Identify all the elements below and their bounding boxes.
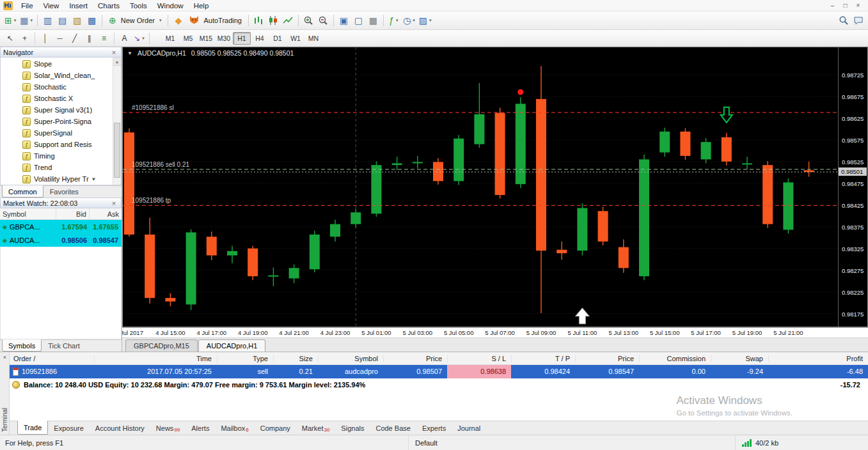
horizontal-line-icon[interactable]: ─ <box>52 31 67 45</box>
chart-tab-audcadpro-h1[interactable]: AUDCADpro,H1 <box>198 339 265 352</box>
crosshair-icon[interactable]: + <box>17 31 32 45</box>
terminal-icon[interactable]: ▩ <box>84 13 99 27</box>
trade-column-size[interactable]: Size <box>273 355 318 362</box>
trade-column-profit[interactable]: Profit <box>768 355 868 362</box>
market-watch-icon[interactable]: ▥ <box>40 13 55 27</box>
navigator-item-support-and-resis[interactable]: ƒSupport and Resis <box>1 139 121 150</box>
trade-column-price[interactable]: Price <box>383 355 447 362</box>
column-header-ask[interactable]: Ask <box>90 208 122 219</box>
navigator-icon[interactable]: ▧ <box>70 13 84 27</box>
new-order-button[interactable]: ⊕New Order▾ <box>105 13 165 27</box>
community-icon[interactable] <box>851 13 865 27</box>
maximize-button[interactable]: □ <box>840 1 851 10</box>
timeframe-m5[interactable]: M5 <box>179 32 197 45</box>
new-chart-icon[interactable]: ⊞▾ <box>3 13 18 27</box>
terminal-tab-company[interactable]: Company <box>255 421 296 435</box>
navigator-item-stochastic[interactable]: ƒStochastic <box>1 81 121 93</box>
navigator-item-slope[interactable]: ƒSlope <box>1 58 121 70</box>
menu-file[interactable]: File <box>16 1 38 11</box>
chart-bars-icon[interactable] <box>251 13 266 27</box>
navigator-close-icon[interactable]: × <box>109 49 118 56</box>
terminal-tab-exposure[interactable]: Exposure <box>48 421 89 435</box>
terminal-tab-news[interactable]: News99 <box>150 421 185 435</box>
search-icon[interactable] <box>836 13 851 27</box>
chart-line-icon[interactable] <box>281 13 296 27</box>
trade-column-symbol[interactable]: Symbol <box>318 355 383 362</box>
navigator-item-trend[interactable]: ƒTrend <box>1 162 121 173</box>
terminal-tab-market[interactable]: Market30 <box>296 421 336 435</box>
market-watch-tab-symbols[interactable]: Symbols <box>2 339 42 352</box>
close-button[interactable]: × <box>853 1 864 10</box>
indicators-icon[interactable]: ƒ▾ <box>386 13 401 27</box>
timeframe-m30[interactable]: M30 <box>215 32 233 45</box>
minimize-button[interactable]: – <box>827 1 838 10</box>
open-order-row[interactable]: 1095218862017.07.05 20:57:25sell0.21audc… <box>10 365 868 378</box>
trade-column-s-l[interactable]: S / L <box>447 355 511 362</box>
trade-column-t-p[interactable]: T / P <box>511 355 575 362</box>
trade-column-order[interactable]: Order / <box>10 355 94 362</box>
menu-view[interactable]: View <box>38 1 65 11</box>
timeframe-d1[interactable]: D1 <box>269 32 287 45</box>
zoom-in-icon[interactable] <box>301 13 316 27</box>
profiles-icon[interactable]: ▦▾ <box>18 13 35 27</box>
channel-icon[interactable]: ∥ <box>82 31 97 45</box>
trade-column-time[interactable]: Time <box>94 355 217 362</box>
terminal-tab-journal[interactable]: Journal <box>452 421 486 435</box>
navigator-item-super-signal-v3-1[interactable]: ƒSuper Signal v3(1) <box>1 104 121 116</box>
periods-icon[interactable]: ◷▾ <box>401 13 417 27</box>
navigator-tab-common[interactable]: Common <box>2 185 43 198</box>
menu-tools[interactable]: Tools <box>125 1 152 11</box>
terminal-tab-alerts[interactable]: Alerts <box>185 421 215 435</box>
trade-column-commission[interactable]: Commission <box>639 355 711 362</box>
time-axis[interactable]: 4 Jul 20174 Jul 15:004 Jul 17:004 Jul 19… <box>122 327 868 338</box>
terminal-close-icon[interactable]: × <box>1 353 8 361</box>
arrow-objects-icon[interactable]: ↘▾ <box>132 31 146 45</box>
price-chart[interactable]: #109521886 sl109521886 sell 0.2110952188… <box>123 47 838 327</box>
navigator-tab-favorites[interactable]: Favorites <box>43 186 85 198</box>
market-watch-close-icon[interactable]: × <box>109 199 118 207</box>
timeframe-h4[interactable]: H4 <box>251 32 269 45</box>
text-label-icon[interactable]: A <box>117 31 132 45</box>
navigator-item-volatility-hyper-tr[interactable]: ƒVolatility Hyper Tr▼ <box>1 173 121 185</box>
timeframe-w1[interactable]: W1 <box>287 32 304 45</box>
terminal-tab-signals[interactable]: Signals <box>335 421 370 435</box>
cursor-icon[interactable]: ↖ <box>3 31 17 45</box>
autotrading-button[interactable]: AutoTrading <box>185 13 246 27</box>
timeframe-m15[interactable]: M15 <box>197 32 215 45</box>
arrange-icon[interactable]: ▦ <box>366 13 381 27</box>
zoom-out-icon[interactable] <box>316 13 331 27</box>
price-scale[interactable]: 0.987250.986750.986250.985750.985250.984… <box>838 47 867 327</box>
terminal-tab-mailbox[interactable]: Mailbox6 <box>215 421 254 435</box>
trendline-icon[interactable]: ╱ <box>67 31 82 45</box>
chart-tab-gbpcadpro-m15[interactable]: GBPCADpro,M15 <box>125 339 198 352</box>
chart-candles-icon[interactable] <box>266 13 281 27</box>
data-window-icon[interactable]: ▤ <box>55 13 70 27</box>
navigator-item-timing[interactable]: ƒTiming <box>1 150 121 162</box>
scrollbar-thumb[interactable] <box>114 123 120 178</box>
terminal-tab-experts[interactable]: Experts <box>416 421 452 435</box>
timeframe-m1[interactable]: M1 <box>161 32 179 45</box>
column-header-bid[interactable]: Bid <box>56 208 90 219</box>
navigator-item-stochastic-x[interactable]: ƒStochastic X <box>1 93 121 104</box>
scroll-up-icon[interactable]: ▲ <box>113 58 121 66</box>
trade-column-price[interactable]: Price <box>575 355 639 362</box>
timeframe-h1[interactable]: H1 <box>233 32 251 45</box>
timeframe-mn[interactable]: MN <box>304 32 322 45</box>
vertical-line-icon[interactable]: │ <box>38 31 52 45</box>
trade-column-type[interactable]: Type <box>217 355 273 362</box>
menu-window[interactable]: Window <box>152 1 189 11</box>
terminal-tab-account-history[interactable]: Account History <box>90 421 150 435</box>
metaeditor-icon[interactable]: ◆ <box>171 13 185 27</box>
tile-windows-icon[interactable]: ▣ <box>336 13 351 27</box>
column-header-symbol[interactable]: Symbol <box>0 208 56 219</box>
market-watch-row-audca[interactable]: ◆AUDCA...0.985060.98547 <box>0 233 122 247</box>
profile-selector[interactable]: Default <box>408 435 491 450</box>
terminal-tab-trade[interactable]: Trade <box>17 421 48 435</box>
navigator-item-super-point-signa[interactable]: ƒSuper-Point-Signa <box>1 116 121 127</box>
market-watch-tab-tick-chart[interactable]: Tick Chart <box>42 340 86 352</box>
terminal-tab-code-base[interactable]: Code Base <box>370 421 416 435</box>
templates-icon[interactable]: ▨▾ <box>417 13 434 27</box>
cascade-windows-icon[interactable]: ▢ <box>351 13 366 27</box>
menu-insert[interactable]: Insert <box>64 1 93 11</box>
navigator-item-supersignal[interactable]: ƒSuperSignal <box>1 127 121 139</box>
